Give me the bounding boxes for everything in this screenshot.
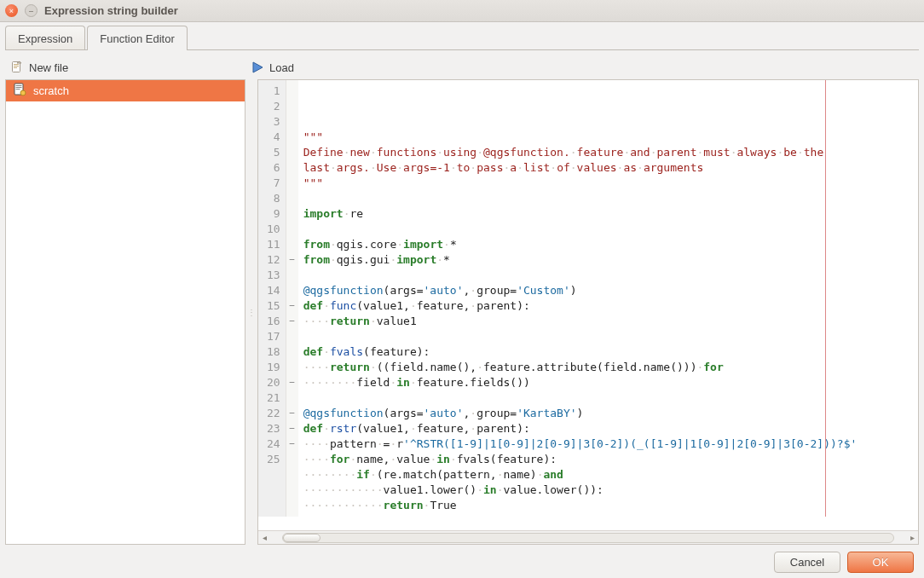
- scroll-left-arrow-icon[interactable]: ◂: [258, 533, 270, 542]
- python-file-icon: [13, 83, 26, 99]
- new-file-button[interactable]: New file: [29, 61, 68, 74]
- svg-marker-4: [253, 62, 263, 72]
- code-editor[interactable]: 1234567891011121314151617181920212223242…: [257, 79, 919, 545]
- window-title: Expression string builder: [44, 4, 178, 17]
- editor-horizontal-scrollbar[interactable]: ◂ ▸: [258, 530, 918, 544]
- scrollbar-thumb[interactable]: [283, 534, 321, 542]
- tab-expression[interactable]: Expression: [5, 26, 85, 50]
- new-file-icon: [10, 61, 24, 74]
- scrollbar-track[interactable]: [282, 533, 894, 543]
- splitter-handle[interactable]: ⋮: [249, 79, 254, 545]
- cancel-button[interactable]: Cancel: [774, 552, 840, 573]
- file-list-item[interactable]: scratch: [6, 80, 245, 101]
- svg-rect-7: [16, 87, 22, 88]
- load-play-icon: [251, 61, 264, 74]
- ok-button[interactable]: OK: [847, 552, 914, 573]
- titlebar: × – Expression string builder: [0, 0, 924, 22]
- svg-point-9: [20, 90, 26, 95]
- svg-rect-8: [16, 89, 20, 90]
- svg-rect-2: [14, 66, 19, 66]
- tab-bar: Expression Function Editor: [5, 26, 919, 50]
- dialog-footer: Cancel OK: [5, 545, 919, 573]
- code-text[interactable]: """Define·new·functions·using·@qgsfuncti…: [298, 80, 918, 517]
- file-list[interactable]: scratch: [5, 79, 245, 545]
- fold-gutter[interactable]: −−−−−−−: [286, 80, 298, 517]
- scroll-right-arrow-icon[interactable]: ▸: [906, 533, 918, 542]
- file-list-item-label: scratch: [33, 84, 69, 97]
- window-minimize-icon[interactable]: –: [25, 4, 38, 17]
- svg-rect-3: [14, 67, 17, 68]
- tab-function-editor[interactable]: Function Editor: [87, 26, 187, 50]
- line-number-gutter: 1234567891011121314151617181920212223242…: [258, 80, 286, 517]
- main-split: scratch ⋮ 123456789101112131415161718192…: [5, 79, 919, 545]
- window-close-icon[interactable]: ×: [5, 4, 18, 17]
- svg-rect-1: [14, 64, 19, 65]
- dialog-content: Expression Function Editor New file Load…: [0, 22, 924, 578]
- svg-rect-6: [16, 85, 22, 86]
- load-button[interactable]: Load: [269, 61, 294, 74]
- toolbar: New file Load: [5, 55, 919, 79]
